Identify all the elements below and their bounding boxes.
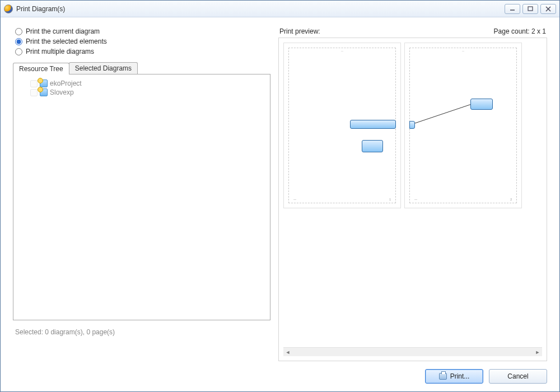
- window-controls: [505, 4, 556, 14]
- svg-line-4: [413, 104, 472, 124]
- titlebar: Print Diagram(s): [1, 1, 559, 17]
- preview-page: — — 1: [283, 43, 401, 208]
- preview-area: — — 1 —: [278, 38, 547, 361]
- maximize-icon: [528, 6, 533, 12]
- page-footer-left: —: [414, 198, 417, 201]
- page-footer-left: —: [293, 198, 296, 201]
- page-header-text: —: [341, 49, 343, 52]
- minimize-icon: [510, 7, 515, 11]
- page-footer-right: 2: [510, 198, 512, 201]
- diagram-node: [350, 120, 396, 129]
- app-icon: [4, 4, 13, 13]
- selected-status: Selected: 0 diagram(s), 0 page(s): [15, 328, 270, 336]
- scroll-left-arrow-icon[interactable]: ◄: [284, 349, 291, 356]
- radio-print-selected[interactable]: Print the selected elements: [15, 38, 270, 45]
- cancel-button[interactable]: Cancel: [489, 369, 547, 384]
- page-count-label: Page count: 2 x 1: [494, 27, 546, 35]
- scroll-right-arrow-icon[interactable]: ►: [534, 349, 541, 356]
- tab-resource-tree[interactable]: Resource Tree: [13, 63, 69, 74]
- tree-item-label: ekoProject: [50, 80, 82, 87]
- page-inner: — — 2: [409, 48, 517, 203]
- project-icon: [40, 80, 48, 87]
- left-column: Print the current diagram Print the sele…: [13, 26, 270, 361]
- preview-header: Print preview: Page count: 2 x 1: [279, 27, 546, 35]
- preview-label: Print preview:: [279, 27, 320, 35]
- preview-page: — — 2: [404, 43, 522, 208]
- page-footer-right: 1: [389, 198, 391, 201]
- radio-print-multiple-label: Print multiple diagrams: [26, 48, 94, 55]
- dialog-content: Print the current diagram Print the sele…: [1, 17, 559, 391]
- radio-print-current-label: Print the current diagram: [26, 27, 100, 35]
- radio-print-selected-label: Print the selected elements: [26, 38, 107, 45]
- pages-row: — — 1 —: [283, 43, 542, 208]
- resource-tree-panel: ekoProject Slovexp: [13, 74, 270, 320]
- diagram-node: [409, 121, 415, 129]
- tree-item[interactable]: ekoProject: [30, 80, 264, 87]
- radio-print-selected-input[interactable]: [15, 38, 22, 45]
- printer-icon: [439, 373, 447, 380]
- main-row: Print the current diagram Print the sele…: [13, 26, 547, 361]
- diagram-node: [362, 140, 383, 152]
- window-title: Print Diagram(s): [16, 5, 505, 13]
- cancel-button-label: Cancel: [507, 372, 528, 380]
- tab-selected-diagrams[interactable]: Selected Diagrams: [69, 62, 138, 74]
- close-icon: [545, 6, 551, 12]
- radio-print-multiple-input[interactable]: [15, 48, 22, 55]
- svg-rect-1: [528, 7, 533, 11]
- minimize-button[interactable]: [505, 4, 520, 14]
- tab-strip: Resource Tree Selected Diagrams: [13, 62, 270, 74]
- tabs: Resource Tree Selected Diagrams ekoProje…: [13, 62, 270, 320]
- print-button[interactable]: Print...: [425, 369, 483, 384]
- radio-print-multiple[interactable]: Print multiple diagrams: [15, 48, 270, 55]
- print-scope-radio-group: Print the current diagram Print the sele…: [13, 26, 270, 58]
- diagram-node: [470, 99, 493, 110]
- page-inner: — — 1: [288, 48, 396, 203]
- tree-item-label: Slovexp: [50, 88, 74, 96]
- button-row: Print... Cancel: [13, 369, 547, 384]
- diagram-connector: [410, 48, 516, 203]
- preview-scroll[interactable]: — — 1 —: [283, 43, 542, 347]
- preview-horizontal-scrollbar[interactable]: ◄ ►: [283, 347, 542, 356]
- tree-item-checkbox[interactable]: [30, 89, 38, 96]
- radio-print-current[interactable]: Print the current diagram: [15, 27, 270, 35]
- project-icon: [40, 88, 48, 96]
- close-button[interactable]: [540, 4, 556, 14]
- right-column: Print preview: Page count: 2 x 1 — — 1: [278, 26, 547, 361]
- radio-print-current-input[interactable]: [15, 28, 22, 35]
- tree-item-checkbox[interactable]: [30, 80, 38, 87]
- print-button-label: Print...: [450, 372, 470, 380]
- tree-item[interactable]: Slovexp: [30, 88, 264, 96]
- maximize-button[interactable]: [522, 4, 538, 14]
